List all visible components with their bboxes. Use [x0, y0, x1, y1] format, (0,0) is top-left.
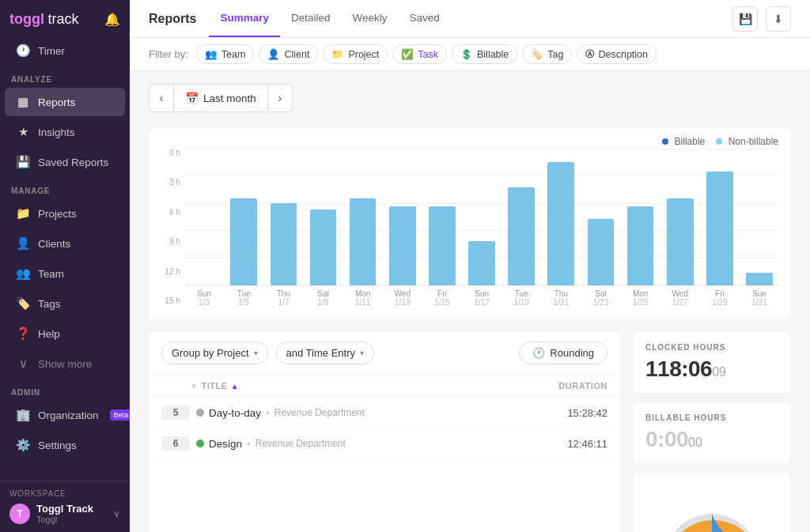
workspace-area: WORKSPACE T Toggl Track Toggl ∨: [0, 481, 130, 532]
bar-group: [185, 149, 223, 285]
filter-chip-project[interactable]: 📁 Project: [323, 44, 388, 64]
x-day-label: Thu: [542, 289, 580, 298]
bar-group: [463, 149, 501, 285]
sidebar-item-projects[interactable]: 📁 Projects: [5, 199, 125, 228]
title-column-header[interactable]: ▼ TITLE ▲: [190, 381, 536, 391]
sidebar-item-organization[interactable]: 🏢 Organization Beta: [5, 401, 125, 429]
bar: [350, 198, 377, 285]
sidebar-item-clients[interactable]: 👤 Clients: [5, 229, 125, 258]
sidebar-item-settings[interactable]: ⚙️ Settings: [5, 431, 125, 459]
topbar-actions: 💾 ⬇: [732, 6, 791, 32]
description-filter-icon: Ⓐ: [585, 48, 594, 60]
date-navigation: ‹ 📅 Last month ›: [149, 84, 791, 112]
x-day-label: Sun: [185, 289, 223, 298]
x-label-group: Sun1/17: [463, 289, 501, 307]
billable-hours-label: BILLABLE HOURS: [645, 413, 778, 422]
x-date-label: 1/13: [384, 298, 422, 307]
notification-bell-icon[interactable]: 🔔: [104, 12, 120, 27]
x-label-group: Tue1/19: [502, 289, 540, 307]
download-report-button[interactable]: ⬇: [766, 6, 791, 32]
billable-hours-value: 0:0000: [645, 427, 778, 452]
x-label-group: Sun1/3: [185, 289, 223, 307]
save-report-button[interactable]: 💾: [732, 6, 758, 32]
reports-icon: ▦: [16, 95, 30, 109]
bar-group: [264, 149, 302, 285]
sidebar-item-help[interactable]: ❓ Help: [5, 319, 125, 348]
sort-desc-icon: ▼: [190, 382, 198, 391]
bottom-section: Group by Project ▾ and Time Entry ▾ 🕐 Ro…: [149, 332, 791, 532]
x-date-label: 1/5: [225, 298, 263, 307]
workspace-label: WORKSPACE: [9, 489, 120, 498]
x-label-group: Tue1/5: [225, 289, 263, 307]
tab-weekly[interactable]: Weekly: [342, 0, 399, 37]
x-date-label: 1/11: [344, 298, 382, 307]
and-time-entry-dropdown[interactable]: and Time Entry ▾: [276, 341, 374, 364]
filter-chip-billable[interactable]: 💲 Billable: [452, 44, 517, 64]
billable-legend: Billable: [662, 136, 705, 147]
x-label-group: Fri1/15: [423, 289, 461, 307]
x-day-label: Tue: [225, 289, 263, 298]
row-color-dot: [196, 409, 204, 417]
main-content: Reports Summary Detailed Weekly Saved 💾 …: [130, 0, 810, 532]
filter-label: Filter by:: [149, 48, 188, 60]
calendar-icon: 📅: [185, 92, 199, 104]
x-label-group: Mon1/25: [622, 289, 660, 307]
bar-group: [384, 149, 422, 285]
bar-group: [502, 149, 540, 285]
x-day-label: Mon: [622, 289, 660, 298]
admin-section-label: ADMIN: [0, 379, 130, 400]
bar: [468, 241, 495, 285]
filter-chip-task[interactable]: ✅ Task: [392, 44, 447, 64]
x-day-label: Sat: [581, 289, 619, 298]
sidebar-item-reports[interactable]: ▦ Reports: [5, 88, 125, 116]
x-label-group: Mon1/11: [344, 289, 382, 307]
sidebar-item-insights[interactable]: ★ Insights: [5, 118, 125, 146]
rounding-button[interactable]: 🕐 Rounding: [519, 341, 608, 364]
filter-chip-client[interactable]: 👤 Client: [259, 44, 318, 64]
client-filter-icon: 👤: [267, 48, 280, 60]
next-period-button[interactable]: ›: [267, 84, 293, 112]
settings-icon: ⚙️: [16, 438, 30, 452]
filter-chip-team[interactable]: 👥 Team: [196, 44, 255, 64]
tab-detailed[interactable]: Detailed: [280, 0, 342, 37]
table-row: 6 Design • Revenue Department 12:46:11: [149, 428, 620, 459]
filter-chip-description[interactable]: Ⓐ Description: [577, 44, 657, 64]
tab-saved[interactable]: Saved: [399, 0, 451, 37]
bar: [310, 209, 337, 285]
dropdown-arrow-icon: ▾: [254, 349, 258, 357]
x-date-label: 1/7: [264, 298, 302, 307]
clock-icon: 🕐: [16, 43, 30, 58]
x-date-label: 1/9: [304, 298, 342, 307]
sidebar-item-saved-reports[interactable]: 💾 Saved Reports: [5, 148, 125, 176]
bar-group: [622, 149, 660, 285]
topbar: Reports Summary Detailed Weekly Saved 💾 …: [130, 0, 810, 38]
group-by-dropdown[interactable]: Group by Project ▾: [161, 341, 268, 364]
sidebar-item-team[interactable]: 👥 Team: [5, 259, 125, 288]
x-day-label: Sun: [463, 289, 501, 298]
sidebar-item-show-more[interactable]: ∨ Show more: [5, 349, 125, 378]
workspace-item[interactable]: T Toggl Track Toggl ∨: [9, 503, 120, 524]
x-day-label: Sat: [304, 289, 342, 298]
prev-period-button[interactable]: ‹: [149, 84, 174, 112]
rounding-icon: 🕐: [532, 347, 545, 359]
task-filter-icon: ✅: [401, 48, 414, 60]
sort-asc-icon: ▲: [231, 382, 239, 391]
bar-group: [423, 149, 461, 285]
project-filter-icon: 📁: [331, 48, 344, 60]
analyze-section-label: ANALYZE: [0, 66, 130, 87]
filter-chip-tag[interactable]: 🏷️ Tag: [522, 44, 572, 64]
workspace-sub: Toggl: [36, 515, 107, 524]
sidebar-item-timer[interactable]: 🕐 Timer: [5, 36, 125, 65]
pie-chart: [645, 490, 778, 532]
tab-summary[interactable]: Summary: [209, 0, 280, 37]
x-date-label: 1/31: [740, 298, 778, 307]
row-duration: 15:28:42: [536, 407, 608, 419]
x-label-group: Sat1/9: [304, 289, 342, 307]
x-date-label: 1/21: [542, 298, 580, 307]
bar: [706, 172, 733, 285]
table-row: 5 Day-to-day • Revenue Department 15:28:…: [149, 398, 620, 428]
sidebar-item-tags[interactable]: 🏷️ Tags: [5, 289, 125, 318]
help-icon: ❓: [16, 326, 30, 341]
chart-x-labels: Sun1/3Tue1/5Thu1/7Sat1/9Mon1/11Wed1/13Fr…: [185, 289, 778, 307]
row-duration: 12:46:11: [536, 438, 608, 450]
